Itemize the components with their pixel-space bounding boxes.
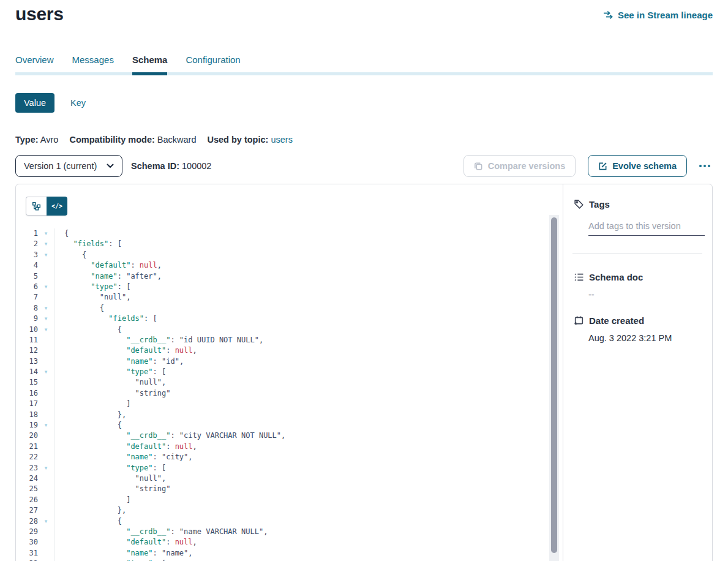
code-line: 8▾ { xyxy=(16,303,564,314)
code-line: 13 "name": "id", xyxy=(16,356,564,367)
type-value: Avro xyxy=(40,135,59,145)
fold-toggle-icon[interactable]: ▾ xyxy=(38,228,54,239)
fold-toggle-icon[interactable]: ▾ xyxy=(38,420,54,431)
code-line: 31 "name": "name", xyxy=(16,548,564,559)
code-line: 16 "string" xyxy=(16,388,564,399)
code-text: "string" xyxy=(54,484,564,494)
fold-toggle-icon[interactable]: ▾ xyxy=(38,325,54,335)
line-number: 23 xyxy=(16,463,38,473)
code-text: { xyxy=(54,250,564,260)
fold-toggle-icon[interactable]: ▾ xyxy=(38,314,54,324)
schema-id-value: 100002 xyxy=(182,161,211,171)
code-line: 23▾ "type": [ xyxy=(16,463,564,473)
fold-toggle-icon[interactable]: ▾ xyxy=(38,282,54,292)
line-number: 4 xyxy=(16,260,38,271)
tab-overview[interactable]: Overview xyxy=(15,55,54,75)
code-line: 30 "default": null, xyxy=(16,537,564,548)
code-text: ] xyxy=(54,399,564,409)
line-number: 18 xyxy=(16,410,38,420)
code-line: 25 "string" xyxy=(16,484,564,494)
compare-versions-label: Compare versions xyxy=(488,161,566,171)
code-text: "name": "name", xyxy=(54,548,564,559)
fold-gutter xyxy=(38,377,54,388)
fold-toggle-icon[interactable]: ▾ xyxy=(38,559,54,561)
editor-scrollbar xyxy=(549,215,559,561)
code-line: 11 "__crdb__": "id UUID NOT NULL", xyxy=(16,335,564,345)
code-line: 26 ] xyxy=(16,495,564,505)
schema-actions: Compare versions Evolve schema xyxy=(463,155,713,177)
topic-link[interactable]: users xyxy=(271,135,292,145)
chevron-down-icon xyxy=(107,164,114,168)
meta-compatibility: Compatibility mode: Backward xyxy=(69,135,196,145)
fold-toggle-icon[interactable]: ▾ xyxy=(38,463,54,473)
fold-gutter xyxy=(38,431,54,441)
schema-doc-title: Schema doc xyxy=(589,272,643,282)
code-line: 20 "__crdb__": "city VARCHAR NOT NULL", xyxy=(16,431,564,441)
line-number: 13 xyxy=(16,356,38,367)
version-select[interactable]: Version 1 (current) xyxy=(15,155,122,177)
compare-versions-button[interactable]: Compare versions xyxy=(463,155,576,177)
code-line: 5 "name": "after", xyxy=(16,271,564,282)
evolve-schema-button[interactable]: Evolve schema xyxy=(588,155,687,177)
fold-toggle-icon[interactable]: ▾ xyxy=(38,250,54,260)
fold-gutter xyxy=(38,537,54,548)
code-text: }, xyxy=(54,410,564,420)
see-in-stream-lineage-link[interactable]: See in Stream lineage xyxy=(603,10,713,20)
code-line: 9▾ "fields": [ xyxy=(16,314,564,324)
more-options-button[interactable] xyxy=(697,162,713,170)
line-number: 29 xyxy=(16,527,38,537)
code-line: 14▾ "type": [ xyxy=(16,367,564,377)
topic-label: Used by topic: xyxy=(207,135,268,145)
tab-schema[interactable]: Schema xyxy=(132,55,168,75)
code-line: 22 "name": "city", xyxy=(16,452,564,462)
line-number: 9 xyxy=(16,314,38,324)
ellipsis-icon xyxy=(699,165,702,167)
page-title: users xyxy=(15,4,64,24)
tree-view-button[interactable] xyxy=(26,197,47,216)
line-number: 19 xyxy=(16,420,38,431)
code-line: 27 }, xyxy=(16,505,564,516)
line-number: 26 xyxy=(16,495,38,505)
line-number: 21 xyxy=(16,442,38,452)
code-text: { xyxy=(54,303,564,314)
line-number: 20 xyxy=(16,431,38,441)
code-line: 21 "default": null, xyxy=(16,442,564,452)
code-line: 24 "null", xyxy=(16,473,564,484)
schema-code-editor: 1▾{2▾ "fields": [3▾ {4 "default": null,5… xyxy=(16,228,564,561)
code-view-button[interactable]: </> xyxy=(47,197,67,216)
code-text: { xyxy=(54,228,564,239)
line-number: 15 xyxy=(16,377,38,388)
code-text: "__crdb__": "name VARCHAR NULL", xyxy=(54,527,564,537)
tab-configuration[interactable]: Configuration xyxy=(186,55,240,75)
tab-messages[interactable]: Messages xyxy=(72,55,114,75)
code-line: 4 "default": null, xyxy=(16,260,564,271)
fold-toggle-icon[interactable]: ▾ xyxy=(38,367,54,377)
evolve-schema-label: Evolve schema xyxy=(612,161,677,171)
tags-title: Tags xyxy=(589,199,610,209)
scrollbar-thumb[interactable] xyxy=(551,217,557,553)
fold-gutter xyxy=(38,335,54,345)
schema-doc-section-header: Schema doc xyxy=(574,272,702,282)
fold-toggle-icon[interactable]: ▾ xyxy=(38,239,54,249)
code-line: 15 "null", xyxy=(16,377,564,388)
version-select-value: Version 1 (current) xyxy=(24,161,97,171)
code-text: "__crdb__": "id UUID NOT NULL", xyxy=(54,335,564,345)
code-view-icon: </> xyxy=(51,203,62,209)
fold-toggle-icon[interactable]: ▾ xyxy=(38,303,54,314)
fold-gutter xyxy=(38,473,54,484)
fold-gutter xyxy=(38,410,54,420)
fold-toggle-icon[interactable]: ▾ xyxy=(38,516,54,527)
line-number: 1 xyxy=(16,228,38,239)
schema-kind-toggle: Value Key xyxy=(15,93,86,113)
code-line: 28▾ { xyxy=(16,516,564,527)
line-number: 3 xyxy=(16,250,38,260)
value-toggle-button[interactable]: Value xyxy=(15,93,54,113)
tree-view-icon xyxy=(32,201,41,211)
line-number: 25 xyxy=(16,484,38,494)
tags-input[interactable] xyxy=(588,221,705,236)
key-toggle-link[interactable]: Key xyxy=(70,98,86,108)
code-line: 19▾ { xyxy=(16,420,564,431)
line-number: 24 xyxy=(16,473,38,484)
code-line: 32▾ "type": [ xyxy=(16,559,564,561)
code-text: }, xyxy=(54,505,564,516)
